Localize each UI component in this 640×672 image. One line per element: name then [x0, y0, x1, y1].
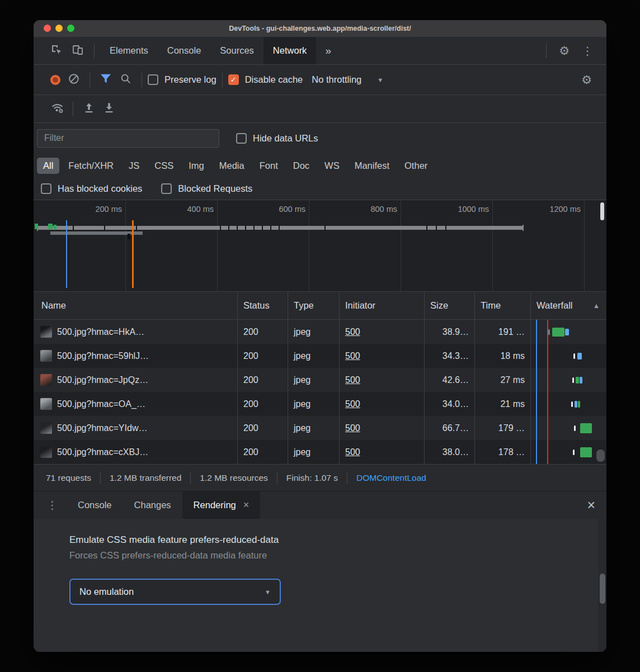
- device-toolbar-button[interactable]: [67, 40, 88, 61]
- waterfall-bar: [548, 329, 550, 335]
- preserve-log-checkbox[interactable]: Preserve log: [148, 74, 217, 85]
- emulation-title: Emulate CSS media feature prefers-reduce…: [69, 534, 606, 546]
- tab-sources[interactable]: Sources: [210, 37, 263, 64]
- filter-input[interactable]: [37, 129, 219, 148]
- hide-data-urls-checkbox[interactable]: Hide data URLs: [236, 133, 318, 144]
- activity-tick: [279, 225, 280, 230]
- export-har-button[interactable]: [99, 99, 119, 119]
- activity-tick: [426, 225, 427, 230]
- load-event-marker: [132, 220, 134, 288]
- initiator-link[interactable]: 500: [345, 447, 360, 457]
- image-thumbnail: [40, 422, 52, 434]
- filter-pill-css[interactable]: CSS: [148, 158, 180, 174]
- activity-tick: [73, 225, 74, 230]
- divider: [222, 73, 223, 87]
- filter-pill-js[interactable]: JS: [123, 158, 145, 174]
- network-overview-timeline[interactable]: 200 ms 400 ms 600 ms 800 ms 1000 ms 1200…: [34, 200, 606, 292]
- clear-network-log-button[interactable]: [64, 70, 84, 90]
- close-window-button[interactable]: [44, 25, 51, 32]
- blocked-requests-checkbox[interactable]: Blocked Requests: [161, 183, 252, 194]
- search-button[interactable]: [116, 70, 136, 90]
- activity-tick: [228, 225, 229, 230]
- drawer-menu-icon[interactable]: ⋮: [34, 499, 67, 512]
- tab-elements[interactable]: Elements: [100, 37, 158, 64]
- more-tabs-button[interactable]: »: [316, 45, 340, 57]
- filter-pill-all[interactable]: All: [37, 158, 59, 174]
- clear-icon: [68, 73, 80, 87]
- checkbox-unchecked: [236, 133, 247, 144]
- activity-tick: [262, 225, 263, 230]
- close-rendering-tab-icon[interactable]: ×: [243, 499, 250, 511]
- filter-pill-other[interactable]: Other: [398, 158, 434, 174]
- initiator-link[interactable]: 500: [345, 423, 360, 433]
- waterfall-bar: [552, 328, 564, 337]
- filter-pill-doc[interactable]: Doc: [287, 158, 316, 174]
- type-cell: jpeg: [288, 416, 339, 440]
- titlebar: DevTools - gui-challenges.web.app/media-…: [34, 20, 606, 37]
- request-name: 500.jpg?hmac=59hlJ…: [57, 351, 149, 361]
- request-row[interactable]: 500.jpg?hmac=OA_… 200 jpeg 500 34.0… 21 …: [34, 392, 606, 416]
- time-cell: 18 ms: [474, 344, 530, 368]
- domcontentloaded-time: DOMContentLoad: [356, 473, 426, 483]
- column-label: Status: [243, 300, 270, 311]
- drawer-tab-changes[interactable]: Changes: [123, 491, 182, 519]
- import-har-button[interactable]: [79, 99, 99, 119]
- column-header-initiator[interactable]: Initiator: [339, 292, 424, 319]
- has-blocked-cookies-checkbox[interactable]: Has blocked cookies: [41, 183, 142, 194]
- drawer-scrollbar-thumb[interactable]: [600, 574, 605, 604]
- filter-pill-manifest[interactable]: Manifest: [349, 158, 396, 174]
- request-row[interactable]: 500.jpg?hmac=59hlJ… 200 jpeg 500 34.3… 1…: [34, 344, 606, 368]
- record-network-log-button[interactable]: [50, 75, 60, 85]
- request-row[interactable]: 500.jpg?hmac=HkA… 200 jpeg 500 38.9… 191…: [34, 320, 606, 344]
- network-settings-gear-icon[interactable]: ⚙: [577, 73, 596, 87]
- column-header-time[interactable]: Time: [474, 292, 530, 319]
- filter-pill-font[interactable]: Font: [253, 158, 284, 174]
- checkmark-icon: ✓: [230, 75, 237, 84]
- filter-pill-fetchxhr[interactable]: Fetch/XHR: [62, 158, 120, 174]
- disable-cache-checkbox[interactable]: ✓ Disable cache: [228, 74, 303, 85]
- emulation-select[interactable]: No emulation ▼: [69, 579, 281, 605]
- throttling-select[interactable]: No throttling ▼: [312, 74, 383, 85]
- filter-pill-img[interactable]: Img: [182, 158, 210, 174]
- overview-scrollbar-thumb[interactable]: [600, 202, 604, 220]
- filter-toggle-button[interactable]: [96, 70, 116, 90]
- column-header-waterfall[interactable]: Waterfall ▲: [530, 292, 606, 319]
- table-scrollbar-thumb[interactable]: [596, 449, 605, 462]
- drawer-tab-rendering[interactable]: Rendering ×: [182, 491, 261, 519]
- initiator-link[interactable]: 500: [345, 399, 360, 409]
- close-drawer-icon[interactable]: ×: [587, 497, 595, 513]
- divider: [347, 472, 347, 484]
- request-row[interactable]: 500.jpg?hmac=cXBJ… 200 jpeg 500 38.0… 17…: [34, 440, 606, 464]
- minimize-window-button[interactable]: [55, 25, 63, 32]
- preserve-log-label: Preserve log: [164, 74, 217, 85]
- column-header-name[interactable]: Name: [34, 292, 237, 319]
- status-cell: 200: [237, 320, 288, 344]
- zoom-window-button[interactable]: [67, 25, 74, 32]
- divider: [277, 472, 277, 484]
- column-header-type[interactable]: Type: [288, 292, 339, 319]
- initiator-link[interactable]: 500: [345, 351, 360, 361]
- waterfall-cell: [530, 320, 606, 344]
- customize-menu-icon[interactable]: ⋮: [576, 44, 599, 58]
- filter-pill-ws[interactable]: WS: [318, 158, 346, 174]
- sort-ascending-icon: ▲: [593, 302, 600, 310]
- filter-pill-media[interactable]: Media: [213, 158, 251, 174]
- network-conditions-button[interactable]: [47, 99, 67, 119]
- request-name: 500.jpg?hmac=JpQz…: [57, 375, 148, 385]
- request-row[interactable]: 500.jpg?hmac=YIdw… 200 jpeg 500 66.7… 17…: [34, 416, 606, 440]
- initiator-link[interactable]: 500: [345, 375, 360, 385]
- tab-label: Rendering: [194, 500, 236, 510]
- column-label: Time: [481, 300, 501, 311]
- divider: [142, 73, 142, 87]
- overview-dark-mark: [128, 234, 130, 239]
- request-row[interactable]: 500.jpg?hmac=JpQz… 200 jpeg 500 42.6… 27…: [34, 368, 606, 392]
- drawer-tab-console[interactable]: Console: [67, 491, 123, 519]
- tab-network[interactable]: Network: [263, 37, 317, 64]
- column-header-status[interactable]: Status: [237, 292, 288, 319]
- settings-gear-icon[interactable]: ⚙: [554, 44, 574, 58]
- inspect-element-button[interactable]: [46, 40, 67, 61]
- traffic-lights: [44, 25, 74, 32]
- tab-console[interactable]: Console: [158, 37, 211, 64]
- column-header-size[interactable]: Size: [424, 292, 474, 319]
- initiator-link[interactable]: 500: [345, 327, 360, 337]
